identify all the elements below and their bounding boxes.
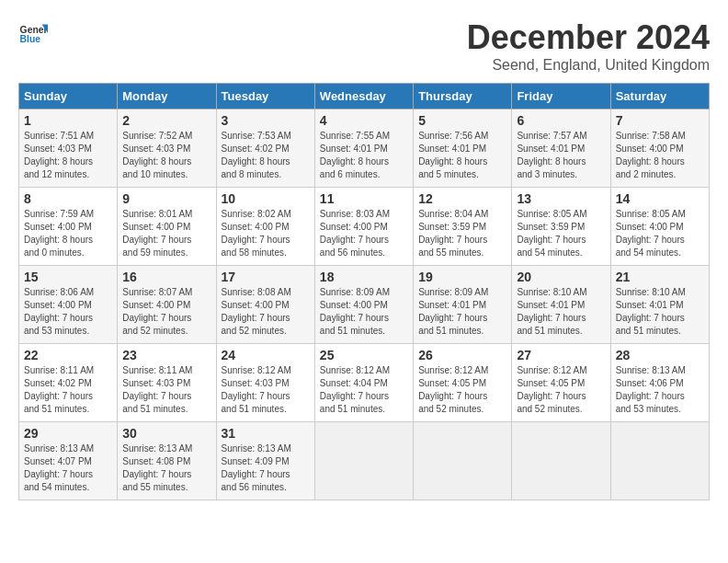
- calendar-cell: 1Sunrise: 7:51 AM Sunset: 4:03 PM Daylig…: [19, 109, 118, 188]
- day-number: 31: [222, 426, 310, 441]
- calendar-cell: 27Sunrise: 8:12 AM Sunset: 4:05 PM Dayli…: [512, 344, 610, 422]
- calendar-week-row: 29Sunrise: 8:13 AM Sunset: 4:07 PM Dayli…: [19, 422, 710, 500]
- day-info: Sunrise: 7:58 AM Sunset: 4:00 PM Dayligh…: [616, 130, 704, 181]
- calendar-week-row: 8Sunrise: 7:59 AM Sunset: 4:00 PM Daylig…: [19, 188, 710, 266]
- day-of-week-header: Tuesday: [216, 84, 314, 109]
- calendar-cell: 20Sunrise: 8:10 AM Sunset: 4:01 PM Dayli…: [512, 266, 610, 344]
- day-info: Sunrise: 8:08 AM Sunset: 4:00 PM Dayligh…: [222, 286, 310, 338]
- day-info: Sunrise: 8:07 AM Sunset: 4:00 PM Dayligh…: [122, 286, 210, 338]
- day-info: Sunrise: 7:56 AM Sunset: 4:01 PM Dayligh…: [418, 130, 506, 181]
- logo: General Blue: [18, 18, 48, 48]
- day-number: 12: [418, 191, 506, 206]
- day-number: 28: [616, 348, 704, 362]
- day-info: Sunrise: 8:04 AM Sunset: 3:59 PM Dayligh…: [418, 208, 506, 259]
- day-info: Sunrise: 8:09 AM Sunset: 4:00 PM Dayligh…: [320, 286, 408, 338]
- day-of-week-header: Friday: [512, 84, 610, 109]
- day-number: 23: [122, 348, 210, 362]
- day-info: Sunrise: 8:01 AM Sunset: 4:00 PM Dayligh…: [122, 208, 210, 259]
- calendar-cell: 10Sunrise: 8:02 AM Sunset: 4:00 PM Dayli…: [216, 188, 314, 266]
- day-info: Sunrise: 7:51 AM Sunset: 4:03 PM Dayligh…: [24, 130, 112, 181]
- day-info: Sunrise: 8:12 AM Sunset: 4:03 PM Dayligh…: [222, 364, 310, 416]
- calendar-cell: 22Sunrise: 8:11 AM Sunset: 4:02 PM Dayli…: [19, 344, 118, 422]
- day-number: 19: [418, 270, 506, 284]
- day-number: 2: [122, 113, 210, 128]
- day-number: 6: [517, 113, 605, 128]
- calendar-cell: 30Sunrise: 8:13 AM Sunset: 4:08 PM Dayli…: [118, 422, 216, 500]
- calendar-week-row: 22Sunrise: 8:11 AM Sunset: 4:02 PM Dayli…: [19, 344, 710, 422]
- day-number: 4: [320, 113, 408, 128]
- day-number: 22: [24, 348, 112, 362]
- day-number: 15: [24, 270, 112, 284]
- calendar-cell: 26Sunrise: 8:12 AM Sunset: 4:05 PM Dayli…: [414, 344, 512, 422]
- header: General Blue December 2024 Seend, Englan…: [18, 18, 710, 74]
- calendar-week-row: 1Sunrise: 7:51 AM Sunset: 4:03 PM Daylig…: [19, 109, 710, 188]
- calendar-cell: 6Sunrise: 7:57 AM Sunset: 4:01 PM Daylig…: [512, 109, 610, 188]
- day-of-week-header: Sunday: [19, 84, 118, 109]
- calendar-cell: 17Sunrise: 8:08 AM Sunset: 4:00 PM Dayli…: [216, 266, 314, 344]
- calendar-cell: 4Sunrise: 7:55 AM Sunset: 4:01 PM Daylig…: [314, 109, 413, 188]
- day-of-week-header: Monday: [118, 84, 216, 109]
- day-info: Sunrise: 7:57 AM Sunset: 4:01 PM Dayligh…: [517, 130, 605, 181]
- calendar-cell: 14Sunrise: 8:05 AM Sunset: 4:00 PM Dayli…: [610, 188, 709, 266]
- calendar-cell: [512, 422, 610, 500]
- day-number: 1: [24, 113, 112, 128]
- logo-icon: General Blue: [18, 18, 48, 48]
- day-number: 25: [320, 348, 408, 362]
- day-info: Sunrise: 8:13 AM Sunset: 4:08 PM Dayligh…: [122, 442, 210, 494]
- day-number: 24: [222, 348, 310, 362]
- day-info: Sunrise: 7:55 AM Sunset: 4:01 PM Dayligh…: [320, 130, 408, 181]
- location-subtitle: Seend, England, United Kingdom: [467, 57, 710, 74]
- day-info: Sunrise: 7:53 AM Sunset: 4:02 PM Dayligh…: [222, 130, 310, 181]
- day-info: Sunrise: 8:06 AM Sunset: 4:00 PM Dayligh…: [24, 286, 112, 338]
- calendar-cell: 2Sunrise: 7:52 AM Sunset: 4:03 PM Daylig…: [118, 109, 216, 188]
- day-info: Sunrise: 7:59 AM Sunset: 4:00 PM Dayligh…: [24, 208, 112, 259]
- day-info: Sunrise: 8:12 AM Sunset: 4:04 PM Dayligh…: [320, 364, 408, 416]
- day-number: 17: [222, 270, 310, 284]
- calendar-cell: [610, 422, 709, 500]
- day-of-week-header: Wednesday: [314, 84, 413, 109]
- month-title: December 2024: [467, 18, 710, 57]
- day-info: Sunrise: 8:13 AM Sunset: 4:09 PM Dayligh…: [222, 442, 310, 494]
- calendar-cell: 5Sunrise: 7:56 AM Sunset: 4:01 PM Daylig…: [414, 109, 512, 188]
- calendar-cell: [314, 422, 413, 500]
- calendar-cell: 21Sunrise: 8:10 AM Sunset: 4:01 PM Dayli…: [610, 266, 709, 344]
- day-info: Sunrise: 8:02 AM Sunset: 4:00 PM Dayligh…: [222, 208, 310, 259]
- day-number: 13: [517, 191, 605, 206]
- calendar-cell: 24Sunrise: 8:12 AM Sunset: 4:03 PM Dayli…: [216, 344, 314, 422]
- calendar-table: SundayMondayTuesdayWednesdayThursdayFrid…: [18, 83, 710, 500]
- day-number: 14: [616, 191, 704, 206]
- calendar-cell: 15Sunrise: 8:06 AM Sunset: 4:00 PM Dayli…: [19, 266, 118, 344]
- day-number: 11: [320, 191, 408, 206]
- day-number: 18: [320, 270, 408, 284]
- day-info: Sunrise: 8:10 AM Sunset: 4:01 PM Dayligh…: [517, 286, 605, 338]
- day-number: 10: [222, 191, 310, 206]
- title-area: December 2024 Seend, England, United Kin…: [467, 18, 710, 74]
- day-info: Sunrise: 8:12 AM Sunset: 4:05 PM Dayligh…: [517, 364, 605, 416]
- day-number: 3: [222, 113, 310, 128]
- calendar-cell: 29Sunrise: 8:13 AM Sunset: 4:07 PM Dayli…: [19, 422, 118, 500]
- svg-text:Blue: Blue: [20, 34, 41, 44]
- calendar-cell: 25Sunrise: 8:12 AM Sunset: 4:04 PM Dayli…: [314, 344, 413, 422]
- calendar-cell: 3Sunrise: 7:53 AM Sunset: 4:02 PM Daylig…: [216, 109, 314, 188]
- day-number: 16: [122, 270, 210, 284]
- day-number: 9: [122, 191, 210, 206]
- day-number: 7: [616, 113, 704, 128]
- calendar-cell: 19Sunrise: 8:09 AM Sunset: 4:01 PM Dayli…: [414, 266, 512, 344]
- day-number: 20: [517, 270, 605, 284]
- calendar-cell: 8Sunrise: 7:59 AM Sunset: 4:00 PM Daylig…: [19, 188, 118, 266]
- day-info: Sunrise: 7:52 AM Sunset: 4:03 PM Dayligh…: [122, 130, 210, 181]
- day-info: Sunrise: 8:13 AM Sunset: 4:06 PM Dayligh…: [616, 364, 704, 416]
- calendar-cell: 16Sunrise: 8:07 AM Sunset: 4:00 PM Dayli…: [118, 266, 216, 344]
- calendar-cell: 13Sunrise: 8:05 AM Sunset: 3:59 PM Dayli…: [512, 188, 610, 266]
- day-info: Sunrise: 8:05 AM Sunset: 3:59 PM Dayligh…: [517, 208, 605, 259]
- day-of-week-header: Thursday: [414, 84, 512, 109]
- calendar-cell: 28Sunrise: 8:13 AM Sunset: 4:06 PM Dayli…: [610, 344, 709, 422]
- calendar-header-row: SundayMondayTuesdayWednesdayThursdayFrid…: [19, 84, 710, 109]
- calendar-cell: 18Sunrise: 8:09 AM Sunset: 4:00 PM Dayli…: [314, 266, 413, 344]
- day-of-week-header: Saturday: [610, 84, 709, 109]
- calendar-cell: 9Sunrise: 8:01 AM Sunset: 4:00 PM Daylig…: [118, 188, 216, 266]
- calendar-cell: 12Sunrise: 8:04 AM Sunset: 3:59 PM Dayli…: [414, 188, 512, 266]
- calendar-cell: [414, 422, 512, 500]
- day-number: 26: [418, 348, 506, 362]
- day-info: Sunrise: 8:11 AM Sunset: 4:03 PM Dayligh…: [122, 364, 210, 416]
